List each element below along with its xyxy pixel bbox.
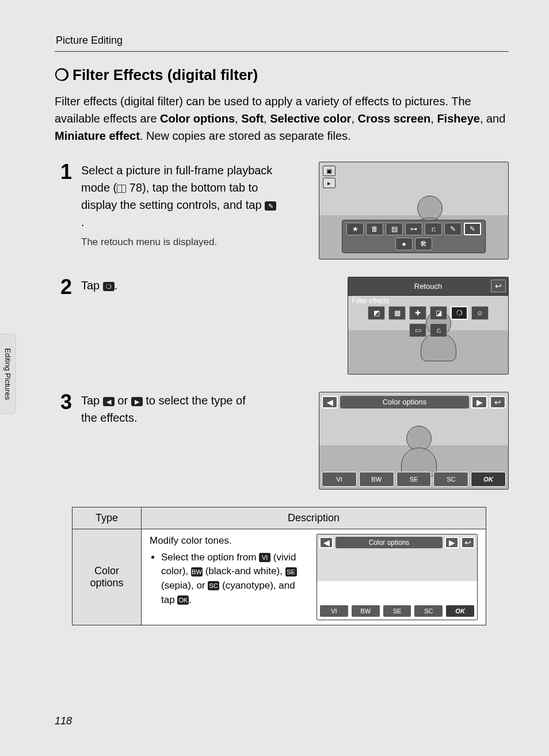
color-se-button[interactable]: SE <box>396 472 432 487</box>
toolbar-icon-0[interactable]: ★ <box>346 223 364 235</box>
filter-opt-filtereffects[interactable]: ❍ <box>451 306 468 320</box>
figure-step-3: ◀ Color options ▶ ↩ VI BW SE SC OK <box>319 392 509 490</box>
se-icon: SE <box>285 567 297 576</box>
back-button[interactable]: ↩ <box>491 280 506 292</box>
filter-effects-icon: ❍ <box>103 282 115 291</box>
section-title-text: Filter Effects (digital filter) <box>73 66 258 84</box>
color-sc-button[interactable]: SC <box>414 605 443 617</box>
toolbar-icon-4[interactable]: ⎌ <box>425 223 442 235</box>
step-3-number: 3 <box>55 392 72 413</box>
color-bw-button[interactable]: BW <box>359 472 394 487</box>
figure-step-2: Retouch ↩ Filter effects ◩ ▦ ✚ ◪ ❍ ☺ ▭ ⎌ <box>348 277 509 375</box>
color-vi-button[interactable]: VI <box>319 605 349 617</box>
color-sc-button[interactable]: SC <box>433 472 468 487</box>
ok-button[interactable]: OK <box>445 605 475 617</box>
sc-icon: SC <box>208 581 219 590</box>
next-effect-button[interactable]: ▶ <box>445 537 459 548</box>
intro-paragraph: Filter effects (digital filter) can be u… <box>55 93 509 144</box>
step-2-number: 2 <box>55 277 72 297</box>
toolbar-icon-2[interactable]: ▤ <box>386 223 403 235</box>
th-description: Description <box>142 507 486 529</box>
toolbar-icon-7[interactable]: ● <box>395 238 413 250</box>
figure-color-options: ◀ Color options ▶ ↩ VI BW SE SC OK <box>317 534 478 620</box>
filter-options-row: ◩ ▦ ✚ ◪ ❍ ☺ ▭ ⎌ <box>362 306 494 337</box>
book-icon <box>117 185 126 193</box>
filter-type-table: Type Description Color options Modify co… <box>72 507 486 625</box>
filter-opt-6[interactable]: ▭ <box>409 323 426 337</box>
camera-mode-icon[interactable]: ▣ <box>323 166 336 176</box>
ok-icon: OK <box>177 595 189 605</box>
toolbar-icon-3[interactable]: ⊶ <box>405 223 422 235</box>
toolbar-icon-5[interactable]: ✎ <box>444 223 462 235</box>
retouch-subtitle: Filter effects <box>352 297 389 305</box>
step-2-text: Tap ❍. <box>81 277 277 294</box>
filter-opt-3[interactable]: ◪ <box>430 306 447 320</box>
color-vi-button[interactable]: VI <box>322 472 357 487</box>
filter-opt-2[interactable]: ✚ <box>409 306 426 320</box>
left-arrow-icon: ◀ <box>103 397 115 406</box>
playback-mode-icon[interactable]: ▸ <box>323 178 336 188</box>
effect-label: Color options <box>340 396 469 408</box>
type-cell-color-options: Color options <box>73 529 142 625</box>
effect-label: Color options <box>336 537 443 548</box>
th-type: Type <box>73 507 142 529</box>
ok-button[interactable]: OK <box>471 472 506 487</box>
toolbar-icon-retouch[interactable]: ✎ <box>464 223 481 235</box>
step-1: 1 Select a picture in full-frame playbac… <box>55 162 509 259</box>
color-se-button[interactable]: SE <box>383 605 412 617</box>
color-bw-button[interactable]: BW <box>351 605 380 617</box>
toolbar-icon-1[interactable]: 🗑 <box>366 223 383 235</box>
retouch-pencil-icon: ✎ <box>265 201 276 211</box>
table-row: Color options Modify color tones. Select… <box>73 529 486 625</box>
step-1-subtext: The retouch menu is displayed. <box>81 236 310 248</box>
vi-icon: VI <box>259 553 270 562</box>
prev-effect-button[interactable]: ◀ <box>322 396 338 408</box>
bw-icon: BW <box>191 567 203 576</box>
step-1-number: 1 <box>55 162 72 182</box>
back-button[interactable]: ↩ <box>461 537 475 548</box>
step-3-text: Tap ◀ or ▶ to select the type of the eff… <box>81 392 254 426</box>
section-title: ❍ Filter Effects (digital filter) <box>55 66 509 85</box>
desc-color-options: Modify color tones. Select the option fr… <box>150 534 306 607</box>
retouch-titlebar: Retouch <box>348 277 508 296</box>
side-tab: Editing Pictures <box>0 334 16 414</box>
retouch-toolbar: ★ 🗑 ▤ ⊶ ⎌ ✎ ✎ ● 🛠 <box>342 220 486 253</box>
next-effect-button[interactable]: ▶ <box>471 396 487 408</box>
filter-opt-5[interactable]: ☺ <box>471 306 489 320</box>
filter-opt-7[interactable]: ⎌ <box>430 323 447 337</box>
prev-effect-button[interactable]: ◀ <box>319 537 333 548</box>
back-button[interactable]: ↩ <box>490 396 506 408</box>
figure-step-1: ▣ ▸ ★ 🗑 ▤ ⊶ ⎌ ✎ ✎ ● 🛠 <box>319 162 509 259</box>
step-2: 2 Tap ❍. Retouch ↩ Filter effects ◩ ▦ ✚ … <box>55 277 509 375</box>
step-1-text: Select a picture in full-frame playback … <box>81 162 277 231</box>
header-rule <box>55 51 509 52</box>
header-section: Picture Editing <box>56 35 509 47</box>
filter-opt-0[interactable]: ◩ <box>368 306 385 320</box>
toolbar-icon-8[interactable]: 🛠 <box>415 238 432 250</box>
step-3: 3 Tap ◀ or ▶ to select the type of the e… <box>55 392 509 490</box>
filter-opt-1[interactable]: ▦ <box>388 306 406 320</box>
filter-effects-icon: ❍ <box>55 66 69 85</box>
page-number: 118 <box>55 715 72 727</box>
right-arrow-icon: ▶ <box>131 397 143 406</box>
